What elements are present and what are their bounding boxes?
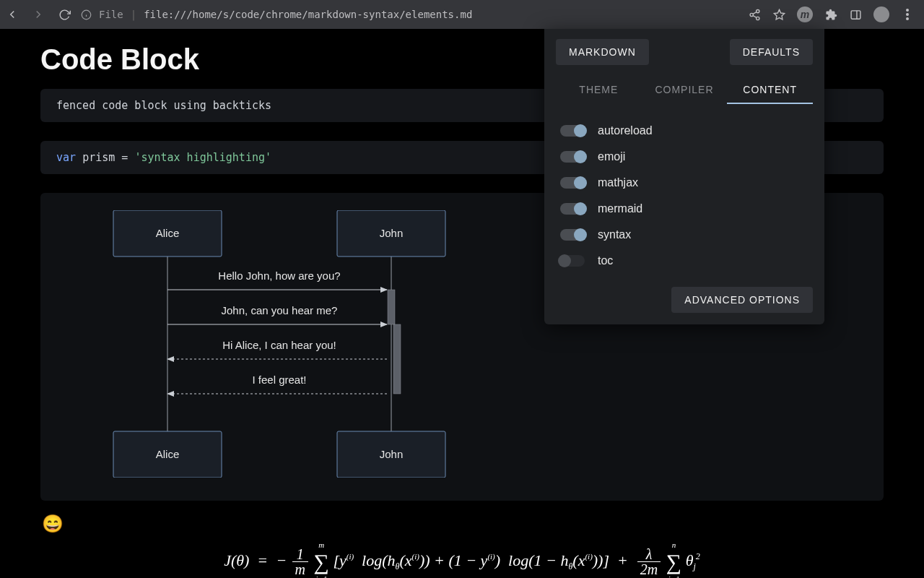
svg-text:Hello John, how are you?: Hello John, how are you?	[218, 269, 340, 282]
code-text: fenced code block using backticks	[56, 99, 271, 112]
markdown-extension-icon[interactable]: m	[797, 7, 813, 22]
toggle-mathjax[interactable]	[560, 177, 585, 189]
toggle-label-emoji: emoji	[598, 150, 625, 163]
address-bar[interactable]: File | file:///home/s/code/chrome/markdo…	[81, 9, 738, 20]
bookmark-star-icon[interactable]	[772, 9, 785, 21]
advanced-options-button[interactable]: ADVANCED OPTIONS	[671, 287, 813, 313]
svg-text:John: John	[380, 227, 404, 239]
url-scheme: File	[99, 9, 123, 20]
forward-icon[interactable]	[32, 8, 45, 21]
toggle-label-mermaid: mermaid	[598, 202, 642, 215]
toggle-row-mermaid: mermaid	[560, 196, 808, 222]
kebab-menu-icon[interactable]	[901, 9, 914, 20]
code-string: 'syntax highlighting'	[134, 151, 271, 164]
toggle-label-autoreload: autoreload	[598, 124, 653, 137]
extension-popup: MARKDOWN DEFAULTS THEME COMPILER CONTENT…	[544, 29, 824, 324]
reload-icon[interactable]	[58, 9, 71, 21]
svg-point-5	[756, 17, 759, 20]
tab-theme[interactable]: THEME	[556, 78, 642, 104]
popup-tabs: THEME COMPILER CONTENT	[556, 78, 813, 105]
svg-text:I feel great!: I feel great!	[252, 374, 306, 386]
toggle-row-emoji: emoji	[560, 144, 808, 170]
mathjax-formula: J(θ) = − 1m ∑mi=1 [y(i) log(hθ(x(i))) + …	[40, 543, 884, 577]
svg-rect-21	[393, 324, 401, 394]
code-keyword: var	[56, 151, 76, 164]
svg-point-11	[906, 9, 909, 12]
toggle-mermaid[interactable]	[560, 203, 585, 215]
toggle-toc[interactable]	[560, 255, 585, 267]
defaults-button[interactable]: DEFAULTS	[730, 39, 813, 65]
url-text: file:///home/s/code/chrome/markdown-synt…	[144, 9, 472, 20]
svg-point-12	[906, 13, 909, 16]
toggle-syntax[interactable]	[560, 229, 585, 241]
profile-avatar-icon[interactable]	[873, 7, 889, 22]
svg-rect-9	[851, 10, 860, 18]
extensions-icon[interactable]	[824, 9, 837, 21]
share-icon[interactable]	[748, 9, 761, 21]
tab-content[interactable]: CONTENT	[727, 78, 813, 104]
markdown-button[interactable]: MARKDOWN	[556, 39, 649, 65]
svg-line-6	[753, 15, 757, 17]
svg-text:John, can you hear me?: John, can you hear me?	[222, 304, 338, 316]
toggle-row-autoreload: autoreload	[560, 118, 808, 144]
toggle-row-mathjax: mathjax	[560, 170, 808, 196]
code-ident: prism	[82, 151, 115, 164]
svg-text:Alice: Alice	[156, 227, 180, 239]
toggle-label-syntax: syntax	[598, 228, 631, 241]
svg-text:Alice: Alice	[156, 448, 180, 460]
svg-text:Hi Alice, I can hear you!: Hi Alice, I can hear you!	[222, 339, 336, 351]
info-icon	[81, 9, 92, 20]
toggle-autoreload[interactable]	[560, 125, 585, 137]
mermaid-svg: AliceJohnHello John, how are you?John, c…	[59, 210, 463, 478]
svg-point-3	[756, 9, 759, 12]
svg-marker-8	[774, 9, 784, 19]
toggle-row-syntax: syntax	[560, 222, 808, 248]
svg-line-7	[753, 12, 757, 14]
svg-point-13	[906, 17, 909, 20]
toggle-label-toc: toc	[598, 254, 613, 267]
sidepanel-icon[interactable]	[849, 9, 862, 21]
toggle-row-toc: toc	[560, 248, 808, 274]
code-operator: =	[121, 151, 128, 164]
svg-text:John: John	[380, 448, 404, 460]
svg-point-4	[750, 13, 753, 16]
toggle-label-mathjax: mathjax	[598, 176, 638, 189]
tab-compiler[interactable]: COMPILER	[642, 78, 728, 104]
url-separator: |	[131, 9, 136, 20]
emoji-output: 😄	[40, 511, 884, 543]
toggle-list: autoreloademojimathjaxmermaidsyntaxtoc	[556, 116, 813, 287]
svg-rect-20	[388, 290, 395, 324]
toggle-emoji[interactable]	[560, 151, 585, 163]
back-icon[interactable]	[6, 8, 19, 21]
browser-toolbar: File | file:///home/s/code/chrome/markdo…	[0, 0, 924, 29]
